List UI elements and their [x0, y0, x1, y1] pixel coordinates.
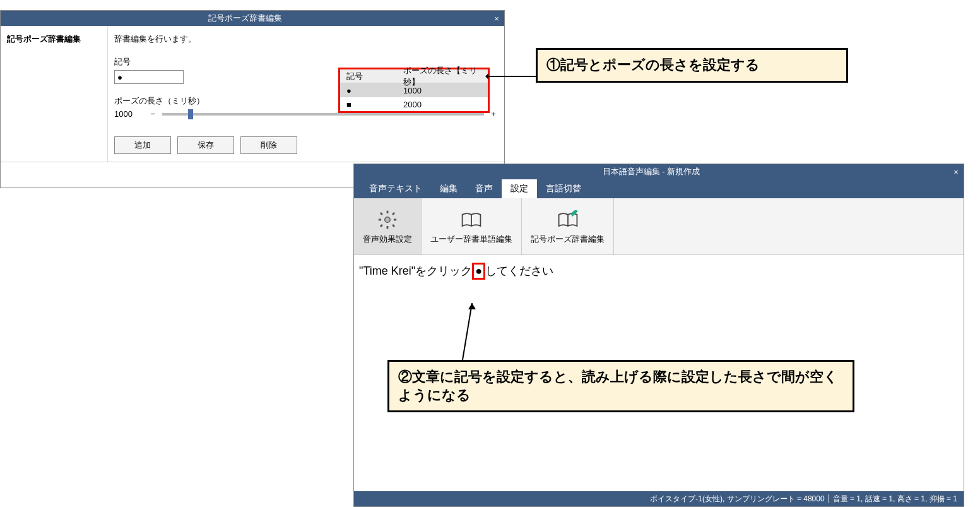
status-params: 音量 = 1, 話速 = 1, 高さ = 1, 抑揚 = 1 — [833, 494, 957, 504]
dialog1-title: 記号ポーズ辞書編集 — [1, 13, 489, 24]
dialog2-toolbar: 音声効果設定 ユーザー辞書単語編集 記号ポーズ辞書編集 — [354, 198, 964, 255]
length-value: 1000 — [114, 109, 143, 119]
svg-point-0 — [385, 217, 391, 222]
slider-track[interactable] — [162, 113, 484, 116]
tab-language[interactable]: 言語切替 — [537, 179, 590, 198]
text-before: "Time Krei"をクリック — [359, 265, 472, 277]
add-button[interactable]: 追加 — [114, 136, 171, 154]
delete-button[interactable]: 削除 — [240, 136, 297, 154]
symbol-table: 記号 ポーズの長さ【ミリ秒】 ● 1000 ■ 2000 — [338, 68, 490, 113]
pause-symbol-marker: ● — [472, 263, 485, 280]
arrow-annotation-2 — [472, 306, 473, 363]
table-row[interactable]: ■ 2000 — [340, 97, 488, 111]
close-icon[interactable]: × — [948, 167, 964, 177]
minus-icon[interactable]: − — [148, 109, 157, 119]
pause-dict-dialog: 記号ポーズ辞書編集 × 記号ポーズ辞書編集 辞書編集を行います。 記号 ポーズの… — [0, 10, 505, 188]
table-row[interactable]: ● 1000 — [340, 83, 488, 97]
user-dict-button[interactable]: ユーザー辞書単語編集 — [422, 198, 522, 254]
dialog1-titlebar[interactable]: 記号ポーズ辞書編集 × — [1, 11, 504, 26]
dialog1-sidebar-label: 記号ポーズ辞書編集 — [1, 26, 108, 162]
col-symbol: 記号 — [340, 71, 397, 82]
dialog2-menubar: 音声テキスト 編集 音声 設定 言語切替 — [354, 179, 964, 198]
voice-edit-dialog: 日本語音声編集 - 新規作成 × 音声テキスト 編集 音声 設定 言語切替 音声… — [353, 164, 964, 507]
col-length: ポーズの長さ【ミリ秒】 — [397, 65, 488, 88]
text-after: してください — [485, 265, 553, 277]
gear-icon — [376, 208, 399, 231]
tab-edit[interactable]: 編集 — [431, 179, 466, 198]
table-header-row: 記号 ポーズの長さ【ミリ秒】 — [340, 69, 488, 83]
symbol-input[interactable] — [114, 70, 184, 84]
tab-settings[interactable]: 設定 — [502, 179, 537, 198]
svg-line-1 — [463, 303, 472, 360]
effect-label: 音声効果設定 — [363, 234, 412, 245]
dialog1-description: 辞書編集を行います。 — [114, 33, 498, 45]
tab-audio-text[interactable]: 音声テキスト — [360, 179, 431, 198]
annotation-1: ①記号とポーズの長さを設定する — [536, 48, 848, 83]
status-bar: ボイスタイプ-1(女性), サンプリングレート = 48000 音量 = 1, … — [354, 491, 964, 506]
dialog2-titlebar[interactable]: 日本語音声編集 - 新規作成 × — [354, 164, 964, 179]
book-icon — [460, 208, 483, 231]
tab-audio[interactable]: 音声 — [466, 179, 502, 198]
svg-marker-2 — [468, 303, 476, 309]
pausedict-label: 記号ポーズ辞書編集 — [531, 234, 605, 245]
slider-thumb[interactable] — [188, 109, 193, 119]
pause-dict-button[interactable]: 記号ポーズ辞書編集 — [522, 198, 614, 254]
plus-icon[interactable]: + — [489, 109, 498, 119]
book-edit-icon — [557, 208, 579, 231]
effect-settings-button[interactable]: 音声効果設定 — [354, 198, 422, 254]
userdict-label: ユーザー辞書単語編集 — [430, 234, 512, 245]
save-button[interactable]: 保存 — [177, 136, 234, 154]
annotation-2: ②文章に記号を設定すると、読み上げる際に設定した長さで間が空くようになる — [387, 360, 854, 412]
close-icon[interactable]: × — [489, 14, 504, 23]
status-voice: ボイスタイプ-1(女性), サンプリングレート = 48000 — [650, 494, 824, 504]
dialog2-title: 日本語音声編集 - 新規作成 — [354, 166, 948, 177]
arrow-annotation-1 — [487, 76, 538, 77]
